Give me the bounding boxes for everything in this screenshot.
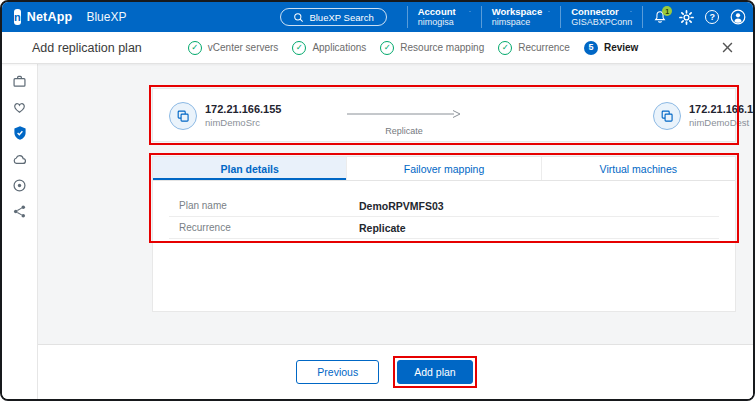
notification-badge: 1	[662, 6, 672, 16]
destination-name: nimDemoDest	[689, 117, 755, 128]
step-vcenter-servers: ✓ vCenter servers	[188, 41, 279, 55]
footer-bar: Previous Add plan	[38, 344, 753, 399]
settings-button[interactable]	[675, 6, 697, 28]
plan-name-row: Plan name DemoRPVMFS03	[169, 195, 719, 217]
tabs: Plan details Failover mapping Virtual ma…	[153, 157, 735, 181]
recurrence-value: Replicate	[359, 222, 406, 234]
tab-failover-mapping[interactable]: Failover mapping	[347, 157, 541, 180]
page-title: Add replication plan	[32, 41, 142, 55]
header-actions: 1 ?	[649, 6, 749, 28]
account-menu[interactable]: Account nimogisa	[407, 6, 481, 28]
close-button[interactable]	[718, 38, 737, 57]
vcenter-server-icon	[653, 102, 681, 130]
step-check-icon: ✓	[292, 41, 306, 55]
close-icon	[722, 42, 733, 53]
sidebar-item-mobility[interactable]	[9, 148, 31, 170]
tab-virtual-machines[interactable]: Virtual machines	[542, 157, 735, 180]
app-header: n NetApp BlueXP BlueXP Search Account ni…	[2, 2, 753, 32]
step-check-icon: ✓	[498, 41, 512, 55]
search-label: BlueXP Search	[309, 12, 373, 23]
arrow-right-icon	[347, 109, 462, 119]
connector-menu[interactable]: Connector GISABXPConn	[560, 6, 642, 28]
sidebar-item-protection[interactable]	[9, 122, 31, 144]
previous-button-wrap: Previous	[292, 356, 383, 389]
connector-value: GISABXPConn	[571, 18, 632, 27]
content-area: 172.21.166.155 nimDemoSrc Replicate	[38, 64, 753, 399]
source-ip: 172.21.166.155	[205, 103, 281, 116]
destination-ip: 172.21.166.190	[689, 103, 755, 116]
storage-icon	[12, 74, 27, 89]
sidebar-item-storage[interactable]	[9, 70, 31, 92]
replication-summary-card: 172.21.166.155 nimDemoSrc Replicate	[152, 88, 736, 142]
source-endpoint: 172.21.166.155 nimDemoSrc	[169, 102, 281, 130]
step-applications: ✓ Applications	[292, 41, 366, 55]
netapp-logo-glyph: n	[14, 12, 21, 23]
step-review: 5 Review	[584, 41, 638, 55]
replicate-arrow: Replicate	[345, 105, 463, 136]
cloud-icon	[12, 152, 27, 167]
tab-plan-details[interactable]: Plan details	[153, 157, 347, 180]
add-plan-button[interactable]: Add plan	[397, 360, 472, 385]
destination-endpoint: 172.21.166.190 nimDemoDest	[653, 102, 755, 130]
search-icon	[293, 12, 304, 23]
brand-name: NetApp	[27, 10, 73, 24]
sidebar-item-extensions[interactable]	[9, 200, 31, 222]
help-icon: ?	[705, 10, 719, 24]
netapp-logo-icon[interactable]: n	[14, 9, 21, 25]
search-button[interactable]: BlueXP Search	[280, 8, 386, 26]
notifications-button[interactable]: 1	[649, 6, 671, 28]
plan-name-value: DemoRPVMFS03	[359, 200, 444, 212]
shield-icon	[12, 125, 28, 141]
sidebar-item-health[interactable]	[9, 96, 31, 118]
workspace-menu[interactable]: Workspace nimspace	[481, 6, 561, 28]
sidebar-item-governance[interactable]	[9, 174, 31, 196]
wizard-header: Add replication plan ✓ vCenter servers ✓…	[2, 32, 753, 64]
plan-name-label: Plan name	[169, 200, 359, 211]
plan-details-card: Plan details Failover mapping Virtual ma…	[152, 156, 736, 312]
product-name: BlueXP	[86, 10, 126, 24]
step-recurrence: ✓ Recurrence	[498, 41, 570, 55]
plan-detail-rows: Plan name DemoRPVMFS03 Recurrence Replic…	[153, 181, 735, 239]
help-button[interactable]: ?	[701, 6, 723, 28]
step-check-icon: ✓	[380, 41, 394, 55]
chevron-down-icon	[542, 9, 550, 14]
account-label: Account	[418, 7, 456, 17]
step-check-icon: ✓	[188, 41, 202, 55]
workspace-value: nimspace	[492, 18, 551, 27]
step-number-badge: 5	[584, 41, 598, 55]
vcenter-server-icon	[169, 102, 197, 130]
recurrence-label: Recurrence	[169, 222, 359, 233]
share-icon	[12, 204, 27, 219]
header-menus: Account nimogisa Workspace nimspace Conn…	[407, 6, 644, 28]
account-value: nimogisa	[418, 18, 471, 27]
recurrence-row: Recurrence Replicate	[169, 217, 719, 239]
previous-button[interactable]: Previous	[296, 360, 379, 385]
arrow-label: Replicate	[345, 126, 463, 136]
step-resource-mapping: ✓ Resource mapping	[380, 41, 484, 55]
chevron-down-icon	[463, 9, 471, 14]
source-name: nimDemoSrc	[205, 117, 281, 128]
heart-icon	[12, 100, 27, 115]
user-icon	[730, 9, 746, 25]
compass-icon	[12, 178, 27, 193]
app-window: n NetApp BlueXP BlueXP Search Account ni…	[0, 0, 755, 401]
connector-label: Connector	[571, 7, 619, 17]
wizard-stepper: ✓ vCenter servers ✓ Applications ✓ Resou…	[188, 41, 639, 55]
icon-sidebar	[2, 64, 38, 399]
annotation-add-plan: Add plan	[393, 356, 476, 389]
chevron-down-icon	[624, 9, 632, 14]
gear-icon	[679, 10, 694, 25]
workspace-label: Workspace	[492, 7, 543, 17]
user-menu-button[interactable]	[727, 6, 749, 28]
